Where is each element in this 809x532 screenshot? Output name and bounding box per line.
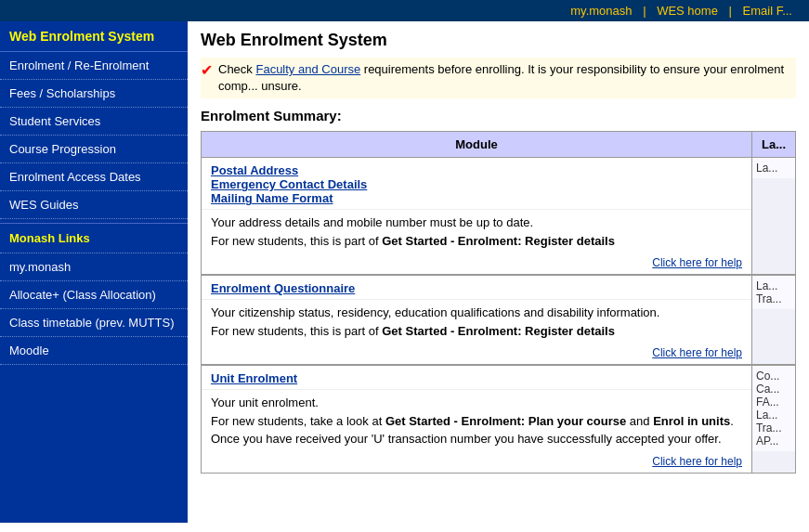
link-emergency-contact[interactable]: Emergency Contact Details [211,177,742,191]
nav-fees[interactable]: Fees / Scholarships [0,80,188,108]
nav-access-dates[interactable]: Enrolment Access Dates [0,163,188,191]
monash-link-moodle[interactable]: Moodle [0,337,188,365]
module-desc-unit: Your unit enrolment. For new students, t… [202,390,751,452]
email-link[interactable]: Email F... [743,4,792,18]
help-link-unit: Click here for help [202,452,751,473]
last-col-unit: Co...Ca...FA...La...Tra...AP... [751,365,795,473]
quest-desc-2: For new students, this is part of Get St… [211,322,742,341]
module-cell-unit: Unit Enrolment Your unit enrolment. For … [202,365,752,473]
page-title: Web Enrolment System [201,31,796,50]
col-last-header: La... [751,132,795,158]
last-col-postal-content: La... [752,158,795,178]
monash-link-allocate[interactable]: Allocate+ (Class Allocation) [0,281,188,309]
topbar: my.monash | WES home | Email F... [0,0,809,21]
unit-desc-1: Your unit enrolment. [211,394,742,412]
module-links-postal: Postal Address Emergency Contact Details… [202,158,751,210]
col-module-header: Module [202,132,752,158]
nav-student-services[interactable]: Student Services [0,108,188,136]
separator-1: | [643,4,646,18]
row-questionnaire: Enrolment Questionnaire Your citizenship… [202,275,796,365]
quest-desc-1: Your citizenship status, residency, educ… [211,304,742,322]
link-enrolment-questionnaire[interactable]: Enrolment Questionnaire [211,281,742,295]
module-links-questionnaire: Enrolment Questionnaire [202,276,751,300]
my-monash-link[interactable]: my.monash [570,4,632,18]
main-content: Web Enrolment System ✔ Check Faculty and… [188,21,809,523]
alert-text-before: Check [218,62,255,76]
help-link-questionnaire: Click here for help [202,344,751,364]
unit-desc-2: For new students, take a look at Get Sta… [211,412,742,431]
module-cell-questionnaire: Enrolment Questionnaire Your citizenship… [202,275,752,365]
separator-2: | [729,4,732,18]
monash-link-timetable[interactable]: Class timetable (prev. MUTTS) [0,309,188,337]
nav-course-progression[interactable]: Course Progression [0,136,188,163]
sidebar-title: Web Enrolment System [0,21,188,52]
link-mailing-name[interactable]: Mailing Name Format [211,191,742,205]
alert-text: Check Faculty and Course requirements be… [218,61,796,95]
last-col-questionnaire-content: La...Tra... [752,276,795,309]
monash-link-mymonash[interactable]: my.monash [0,253,188,281]
module-desc-postal: Your address details and mobile number m… [202,210,751,253]
summary-heading: Enrolment Summary: [201,108,796,123]
row-postal: Postal Address Emergency Contact Details… [202,158,796,276]
row-unit-enrolment: Unit Enrolment Your unit enrolment. For … [202,365,796,473]
link-postal-address[interactable]: Postal Address [211,163,742,177]
last-col-postal: La... [751,158,795,276]
postal-desc-2: For new students, this is part of Get St… [211,232,742,251]
alert-box: ✔ Check Faculty and Course requirements … [201,58,796,98]
layout: Web Enrolment System Enrolment / Re-Enro… [0,21,809,523]
enrolment-table: Module La... Postal Address Emergency Co… [201,131,796,474]
nav-wes-guides[interactable]: WES Guides [0,191,188,219]
sidebar: Web Enrolment System Enrolment / Re-Enro… [0,21,188,523]
module-links-unit: Unit Enrolment [202,366,751,390]
monash-links-title: Monash Links [0,223,188,253]
click-here-help-unit[interactable]: Click here for help [652,455,742,468]
alert-icon: ✔ [201,61,213,79]
unit-desc-3: Once you have received your 'U' transact… [211,430,742,448]
help-link-postal: Click here for help [202,253,751,274]
module-desc-questionnaire: Your citizenship status, residency, educ… [202,300,751,344]
postal-bold: Get Started - Enrolment: Register detail… [382,234,615,248]
unit-bold-1: Get Started - Enrolment: Plan your cours… [385,414,626,428]
last-col-questionnaire: La...Tra... [751,275,795,365]
unit-bold-2: Enrol in units [653,414,730,428]
quest-bold: Get Started - Enrolment: Register detail… [382,324,615,338]
alert-link[interactable]: Faculty and Course [255,62,360,76]
wes-home-link[interactable]: WES home [657,4,718,18]
last-col-unit-content: Co...Ca...FA...La...Tra...AP... [752,366,795,451]
module-cell-postal: Postal Address Emergency Contact Details… [202,158,752,276]
link-unit-enrolment[interactable]: Unit Enrolment [211,371,742,385]
nav-enrolment[interactable]: Enrolment / Re-Enrolment [0,52,188,80]
postal-desc-1: Your address details and mobile number m… [211,214,742,232]
click-here-help-postal[interactable]: Click here for help [652,256,742,269]
click-here-help-questionnaire[interactable]: Click here for help [652,346,742,359]
